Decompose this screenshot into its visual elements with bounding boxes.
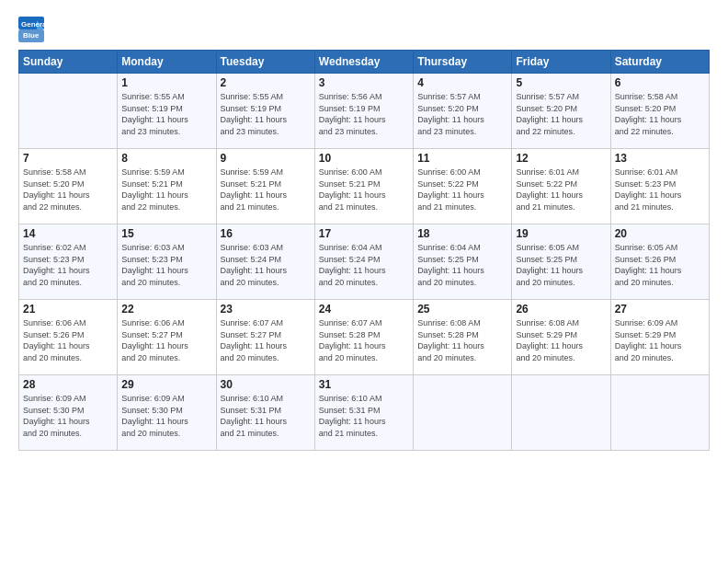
day-info: Sunrise: 6:00 AM Sunset: 5:21 PM Dayligh… — [319, 167, 409, 213]
day-header-tuesday: Tuesday — [216, 51, 314, 74]
day-number: 29 — [121, 378, 211, 391]
day-info: Sunrise: 5:59 AM Sunset: 5:21 PM Dayligh… — [221, 167, 311, 213]
calendar-cell: 24Sunrise: 6:07 AM Sunset: 5:28 PM Dayli… — [314, 300, 413, 375]
calendar-cell: 27Sunrise: 6:09 AM Sunset: 5:29 PM Dayli… — [610, 300, 709, 375]
day-info: Sunrise: 6:01 AM Sunset: 5:22 PM Dayligh… — [516, 167, 606, 213]
calendar-cell — [512, 375, 610, 451]
day-number: 21 — [23, 303, 113, 316]
svg-text:Blue: Blue — [23, 31, 40, 40]
week-row-2: 7Sunrise: 5:58 AM Sunset: 5:20 PM Daylig… — [19, 149, 710, 224]
day-number: 13 — [615, 152, 705, 165]
day-info: Sunrise: 6:03 AM Sunset: 5:23 PM Dayligh… — [121, 242, 211, 288]
day-header-wednesday: Wednesday — [314, 51, 413, 74]
calendar-cell: 14Sunrise: 6:02 AM Sunset: 5:23 PM Dayli… — [19, 224, 118, 300]
calendar-cell: 16Sunrise: 6:03 AM Sunset: 5:24 PM Dayli… — [216, 224, 314, 300]
week-row-4: 21Sunrise: 6:06 AM Sunset: 5:26 PM Dayli… — [19, 300, 710, 375]
calendar-cell: 17Sunrise: 6:04 AM Sunset: 5:24 PM Dayli… — [314, 224, 413, 300]
day-info: Sunrise: 6:05 AM Sunset: 5:25 PM Dayligh… — [516, 242, 606, 288]
calendar-cell: 2Sunrise: 5:55 AM Sunset: 5:19 PM Daylig… — [216, 74, 314, 149]
calendar-cell: 19Sunrise: 6:05 AM Sunset: 5:25 PM Dayli… — [512, 224, 610, 300]
day-number: 18 — [417, 227, 507, 240]
day-number: 10 — [319, 152, 409, 165]
logo: General Blue — [18, 17, 48, 42]
day-info: Sunrise: 6:09 AM Sunset: 5:30 PM Dayligh… — [121, 393, 211, 439]
calendar-cell: 15Sunrise: 6:03 AM Sunset: 5:23 PM Dayli… — [118, 224, 216, 300]
day-number: 5 — [516, 76, 606, 89]
week-row-3: 14Sunrise: 6:02 AM Sunset: 5:23 PM Dayli… — [19, 224, 710, 300]
calendar-cell: 3Sunrise: 5:56 AM Sunset: 5:19 PM Daylig… — [314, 74, 413, 149]
calendar-cell: 20Sunrise: 6:05 AM Sunset: 5:26 PM Dayli… — [610, 224, 709, 300]
calendar-cell: 21Sunrise: 6:06 AM Sunset: 5:26 PM Dayli… — [19, 300, 118, 375]
day-number: 30 — [221, 378, 311, 391]
day-info: Sunrise: 6:08 AM Sunset: 5:29 PM Dayligh… — [516, 317, 606, 363]
day-info: Sunrise: 6:10 AM Sunset: 5:31 PM Dayligh… — [221, 393, 311, 439]
day-number: 23 — [221, 303, 311, 316]
day-header-thursday: Thursday — [414, 51, 512, 74]
svg-text:General: General — [21, 20, 44, 29]
calendar-cell: 4Sunrise: 5:57 AM Sunset: 5:20 PM Daylig… — [414, 74, 512, 149]
day-header-sunday: Sunday — [19, 51, 118, 74]
day-number: 2 — [221, 76, 311, 89]
calendar-cell: 26Sunrise: 6:08 AM Sunset: 5:29 PM Dayli… — [512, 300, 610, 375]
calendar-table: SundayMondayTuesdayWednesdayThursdayFrid… — [18, 50, 710, 451]
week-row-5: 28Sunrise: 6:09 AM Sunset: 5:30 PM Dayli… — [19, 375, 710, 451]
day-info: Sunrise: 6:09 AM Sunset: 5:30 PM Dayligh… — [23, 393, 113, 439]
day-number: 14 — [23, 227, 113, 240]
calendar-cell: 22Sunrise: 6:06 AM Sunset: 5:27 PM Dayli… — [118, 300, 216, 375]
day-number: 25 — [417, 303, 507, 316]
calendar-cell: 5Sunrise: 5:57 AM Sunset: 5:20 PM Daylig… — [512, 74, 610, 149]
day-info: Sunrise: 5:55 AM Sunset: 5:19 PM Dayligh… — [121, 91, 211, 137]
day-info: Sunrise: 6:01 AM Sunset: 5:23 PM Dayligh… — [615, 167, 705, 213]
day-number: 8 — [121, 152, 211, 165]
day-info: Sunrise: 6:02 AM Sunset: 5:23 PM Dayligh… — [23, 242, 113, 288]
day-number: 1 — [121, 76, 211, 89]
day-info: Sunrise: 6:07 AM Sunset: 5:27 PM Dayligh… — [221, 317, 311, 363]
day-info: Sunrise: 6:00 AM Sunset: 5:22 PM Dayligh… — [417, 167, 507, 213]
calendar-cell: 11Sunrise: 6:00 AM Sunset: 5:22 PM Dayli… — [414, 149, 512, 224]
calendar-cell: 1Sunrise: 5:55 AM Sunset: 5:19 PM Daylig… — [118, 74, 216, 149]
day-info: Sunrise: 6:04 AM Sunset: 5:25 PM Dayligh… — [417, 242, 507, 288]
day-info: Sunrise: 5:57 AM Sunset: 5:20 PM Dayligh… — [516, 91, 606, 137]
day-number: 28 — [23, 378, 113, 391]
day-info: Sunrise: 6:09 AM Sunset: 5:29 PM Dayligh… — [615, 317, 705, 363]
day-number: 9 — [221, 152, 311, 165]
calendar-cell — [414, 375, 512, 451]
day-header-friday: Friday — [512, 51, 610, 74]
day-number: 31 — [319, 378, 409, 391]
day-info: Sunrise: 6:07 AM Sunset: 5:28 PM Dayligh… — [319, 317, 409, 363]
calendar-cell: 25Sunrise: 6:08 AM Sunset: 5:28 PM Dayli… — [414, 300, 512, 375]
day-header-monday: Monday — [118, 51, 216, 74]
day-info: Sunrise: 5:57 AM Sunset: 5:20 PM Dayligh… — [417, 91, 507, 137]
calendar-cell: 31Sunrise: 6:10 AM Sunset: 5:31 PM Dayli… — [314, 375, 413, 451]
day-info: Sunrise: 6:10 AM Sunset: 5:31 PM Dayligh… — [319, 393, 409, 439]
calendar-cell: 9Sunrise: 5:59 AM Sunset: 5:21 PM Daylig… — [216, 149, 314, 224]
day-number: 19 — [516, 227, 606, 240]
day-number: 6 — [615, 76, 705, 89]
calendar-cell: 29Sunrise: 6:09 AM Sunset: 5:30 PM Dayli… — [118, 375, 216, 451]
day-info: Sunrise: 5:59 AM Sunset: 5:21 PM Dayligh… — [121, 167, 211, 213]
calendar-cell: 12Sunrise: 6:01 AM Sunset: 5:22 PM Dayli… — [512, 149, 610, 224]
day-info: Sunrise: 5:58 AM Sunset: 5:20 PM Dayligh… — [23, 167, 113, 213]
day-info: Sunrise: 5:58 AM Sunset: 5:20 PM Dayligh… — [615, 91, 705, 137]
day-info: Sunrise: 6:06 AM Sunset: 5:27 PM Dayligh… — [121, 317, 211, 363]
page: General Blue SundayMondayTuesdayWednesda… — [0, 0, 728, 563]
day-info: Sunrise: 6:03 AM Sunset: 5:24 PM Dayligh… — [221, 242, 311, 288]
calendar-cell: 7Sunrise: 5:58 AM Sunset: 5:20 PM Daylig… — [19, 149, 118, 224]
day-info: Sunrise: 5:55 AM Sunset: 5:19 PM Dayligh… — [221, 91, 311, 137]
logo-icon: General Blue — [18, 17, 44, 42]
day-number: 27 — [615, 303, 705, 316]
day-number: 3 — [319, 76, 409, 89]
day-number: 24 — [319, 303, 409, 316]
day-number: 26 — [516, 303, 606, 316]
day-number: 4 — [417, 76, 507, 89]
calendar-cell: 18Sunrise: 6:04 AM Sunset: 5:25 PM Dayli… — [414, 224, 512, 300]
day-number: 16 — [221, 227, 311, 240]
day-number: 7 — [23, 152, 113, 165]
day-number: 22 — [121, 303, 211, 316]
day-info: Sunrise: 6:04 AM Sunset: 5:24 PM Dayligh… — [319, 242, 409, 288]
day-number: 20 — [615, 227, 705, 240]
calendar-cell: 30Sunrise: 6:10 AM Sunset: 5:31 PM Dayli… — [216, 375, 314, 451]
day-number: 15 — [121, 227, 211, 240]
calendar-cell — [610, 375, 709, 451]
calendar-cell: 6Sunrise: 5:58 AM Sunset: 5:20 PM Daylig… — [610, 74, 709, 149]
